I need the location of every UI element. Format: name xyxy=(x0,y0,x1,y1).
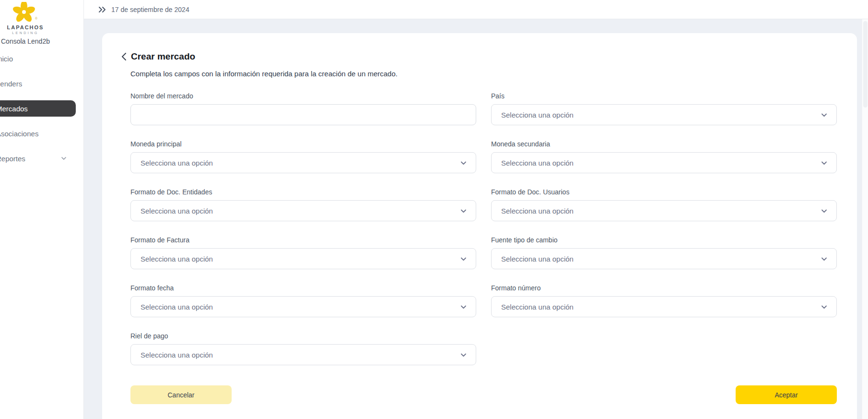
sidebar-item-mercados[interactable]: Mercados xyxy=(0,100,76,117)
create-market-card: Crear mercado Completa los campos con la… xyxy=(102,33,857,419)
chevron-down-icon xyxy=(60,155,67,162)
page-subtitle: Completa los campos con la información r… xyxy=(130,70,837,78)
chevron-down-icon xyxy=(460,303,467,311)
moneda-secundaria-select[interactable]: Selecciona una opción xyxy=(491,152,837,173)
field-label: País xyxy=(491,92,837,100)
fuente-tipo-cambio-select[interactable]: Selecciona una opción xyxy=(491,248,837,269)
select-placeholder: Selecciona una opción xyxy=(141,207,460,215)
field-label: Nombre del mercado xyxy=(130,92,476,100)
sidebar: ® LAPACHOS LENDING Consola Lend2b Inicio… xyxy=(0,0,84,419)
select-placeholder: Selecciona una opción xyxy=(141,159,460,167)
field-label: Formato de Doc. Usuarios xyxy=(491,188,837,196)
chevron-down-icon xyxy=(460,255,467,263)
sidebar-item-label: Mercados xyxy=(0,105,28,113)
accept-button[interactable]: Aceptar xyxy=(736,385,837,404)
select-placeholder: Selecciona una opción xyxy=(501,111,821,119)
select-placeholder: Selecciona una opción xyxy=(501,159,821,167)
sidebar-item-asociaciones[interactable]: Asociaciones xyxy=(0,125,76,142)
field-formato-doc-entidades: Formato de Doc. Entidades Selecciona una… xyxy=(130,188,476,221)
brand-wordmark: LAPACHOS xyxy=(0,24,70,30)
formato-fecha-select[interactable]: Selecciona una opción xyxy=(130,296,476,317)
formato-numero-select[interactable]: Selecciona una opción xyxy=(491,296,837,317)
field-formato-numero: Formato número Selecciona una opción xyxy=(491,284,837,317)
chevron-down-icon xyxy=(821,111,828,119)
field-label: Formato número xyxy=(491,284,837,292)
select-placeholder: Selecciona una opción xyxy=(501,207,821,215)
formato-doc-usuarios-select[interactable]: Selecciona una opción xyxy=(491,200,837,221)
title-row: Crear mercado xyxy=(121,51,837,62)
cancel-button[interactable]: Cancelar xyxy=(130,385,232,404)
pais-select[interactable]: Selecciona una opción xyxy=(491,104,837,125)
select-placeholder: Selecciona una opción xyxy=(501,255,821,263)
field-label: Fuente tipo de cambio xyxy=(491,236,837,244)
svg-text:®: ® xyxy=(35,17,38,20)
field-formato-factura: Formato de Factura Selecciona una opción xyxy=(130,236,476,269)
formato-factura-select[interactable]: Selecciona una opción xyxy=(130,248,476,269)
field-label: Formato de Doc. Entidades xyxy=(130,188,476,196)
field-label: Moneda principal xyxy=(130,140,476,148)
console-name: Consola Lend2b xyxy=(0,37,70,45)
select-placeholder: Selecciona una opción xyxy=(141,351,460,359)
moneda-principal-select[interactable]: Selecciona una opción xyxy=(130,152,476,173)
select-placeholder: Selecciona una opción xyxy=(141,255,460,263)
field-moneda-secundaria: Moneda secundaria Selecciona una opción xyxy=(491,140,837,173)
formato-doc-entidades-select[interactable]: Selecciona una opción xyxy=(130,200,476,221)
chevron-down-icon xyxy=(460,351,467,359)
select-placeholder: Selecciona una opción xyxy=(141,303,460,311)
field-label: Moneda secundaria xyxy=(491,140,837,148)
field-fuente-tipo-cambio: Fuente tipo de cambio Selecciona una opc… xyxy=(491,236,837,269)
page-title: Crear mercado xyxy=(131,51,195,62)
sidebar-item-label: Inicio xyxy=(0,55,13,63)
field-moneda-principal: Moneda principal Selecciona una opción xyxy=(130,140,476,173)
topbar: 17 de septiembre de 2024 xyxy=(84,0,868,19)
brand-logo-block: ® LAPACHOS LENDING Consola Lend2b xyxy=(0,0,70,45)
select-placeholder: Selecciona una opción xyxy=(501,303,821,311)
scrollbar-thumb[interactable] xyxy=(863,21,868,108)
field-riel-de-pago: Riel de pago Selecciona una opción xyxy=(130,332,476,365)
riel-de-pago-select[interactable]: Selecciona una opción xyxy=(130,344,476,365)
brand-wordmark-sub: LENDING xyxy=(0,31,70,35)
form-actions: Cancelar Aceptar xyxy=(130,385,837,404)
sidebar-item-inicio[interactable]: Inicio xyxy=(0,50,76,67)
sidebar-item-label: Reportes xyxy=(0,155,25,163)
chevron-down-icon xyxy=(821,303,828,311)
current-date: 17 de septiembre de 2024 xyxy=(111,6,189,13)
field-formato-doc-usuarios: Formato de Doc. Usuarios Selecciona una … xyxy=(491,188,837,221)
field-label: Formato fecha xyxy=(130,284,476,292)
breadcrumb: 17 de septiembre de 2024 xyxy=(98,0,189,19)
field-label: Riel de pago xyxy=(130,332,476,340)
sidebar-item-reportes[interactable]: Reportes xyxy=(0,150,76,167)
sidebar-item-lenders[interactable]: Lenders xyxy=(0,75,76,92)
sidebar-nav: Inicio Lenders Mercados Asociaciones Rep… xyxy=(0,50,83,167)
lapachos-flower-icon: ® xyxy=(11,2,40,22)
back-chevron-icon[interactable] xyxy=(121,52,131,61)
sidebar-expand-icon[interactable] xyxy=(98,6,106,13)
sidebar-item-label: Lenders xyxy=(0,80,22,88)
chevron-down-icon xyxy=(821,255,828,263)
create-market-form: Nombre del mercado País Selecciona una o… xyxy=(130,92,837,365)
sidebar-item-label: Asociaciones xyxy=(0,130,38,138)
vertical-scrollbar[interactable] xyxy=(862,19,868,419)
chevron-down-icon xyxy=(821,207,828,215)
field-formato-fecha: Formato fecha Selecciona una opción xyxy=(130,284,476,317)
chevron-down-icon xyxy=(460,159,467,167)
chevron-down-icon xyxy=(821,159,828,167)
chevron-down-icon xyxy=(460,207,467,215)
field-pais: País Selecciona una opción xyxy=(491,92,837,125)
nombre-del-mercado-input[interactable] xyxy=(130,104,476,125)
field-label: Formato de Factura xyxy=(130,236,476,244)
field-nombre-del-mercado: Nombre del mercado xyxy=(130,92,476,125)
